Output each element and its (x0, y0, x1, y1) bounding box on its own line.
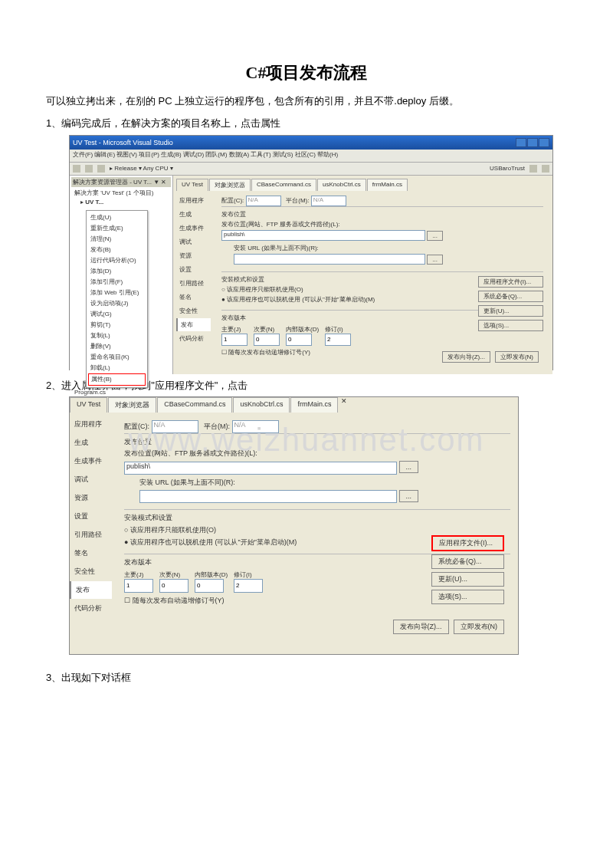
options-button[interactable]: 选项(S)... (478, 320, 543, 331)
min-icon[interactable] (516, 138, 526, 147)
step-3: 3、出现如下对话框 (46, 670, 567, 686)
tb-icon[interactable] (529, 165, 537, 173)
context-menu[interactable]: 生成(U) 重新生成(E) 清理(N) 发布(B) 运行代码分析(O) 添加(D… (86, 210, 148, 388)
vs-titlebar: UV Test - Microsoft Visual Studio (70, 136, 552, 150)
updates-button[interactable]: 更新(U)... (478, 305, 543, 317)
tb-icon[interactable] (73, 165, 80, 173)
prop-categories[interactable]: 应用程序 生成 生成事件 调试 资源 设置 引用路径 签名 安全性 发布 代码分… (176, 194, 211, 364)
tb-icon[interactable] (97, 165, 105, 173)
publish-tab[interactable]: 发布 (176, 318, 211, 331)
doc-tabs[interactable]: UV Test 对象浏览器 CBaseCommand.cs usKnobCtrl… (176, 179, 549, 191)
prop-categories[interactable]: 应用程序 生成 生成事件 调试 资源 设置 引用路径 签名 安全性 发布 代码分… (70, 416, 112, 646)
publish-path[interactable]: publish\ (124, 462, 397, 475)
document-page: www.weizhuannet.com C#项目发布流程 可以独立拷出来，在别的… (0, 0, 613, 868)
screenshot-1: UV Test - Microsoft Visual Studio 文件(F) … (69, 135, 553, 370)
install-url[interactable] (234, 254, 425, 265)
vs-toolbar[interactable]: ▸ Release ▾ Any CPU ▾ USBaroTrust (70, 163, 552, 176)
step-1: 1、编码完成后，在解决方案的项目名称上，点击属性 (46, 116, 567, 132)
max-icon[interactable] (527, 138, 538, 147)
screenshot-2: UV Test 对象浏览器 CBaseCommand.cs usKnobCtrl… (69, 396, 519, 655)
online-only-radio[interactable]: 该应用程序只能联机使用(O) (124, 525, 510, 535)
properties-menu-item[interactable]: 属性(B) (88, 373, 146, 386)
options-button[interactable]: 选项(S)... (431, 590, 504, 604)
page-title: C#项目发布流程 (46, 61, 567, 84)
install-url[interactable] (139, 490, 397, 503)
tb-icon[interactable] (542, 165, 549, 173)
publish-now-button[interactable]: 立即发布(N) (454, 620, 505, 634)
close-icon[interactable]: ✕ (339, 397, 349, 413)
prereq-button[interactable]: 系统必备(Q)... (431, 554, 504, 569)
doc-tabs[interactable]: UV Test 对象浏览器 CBaseCommand.cs usKnobCtrl… (70, 397, 518, 413)
publish-tab[interactable]: 发布 (70, 581, 112, 599)
intro-text: 可以独立拷出来，在别的 PC 上独立运行的程序包，包含所有的引用，并且不带.de… (46, 94, 567, 110)
properties-pane: UV Test 对象浏览器 CBaseCommand.cs usKnobCtrl… (173, 176, 552, 374)
solution-explorer: 解决方案资源管理器 - UV T... ▼ ✕ 解决方案 'UV Test' (… (70, 176, 173, 374)
window-controls[interactable] (516, 138, 549, 147)
close-icon[interactable] (539, 138, 549, 147)
publish-path[interactable]: publish\ (221, 230, 425, 241)
app-files-button[interactable]: 应用程序文件(I)... (431, 535, 504, 551)
solution-tree[interactable]: 解决方案 'UV Test' (1 个项目) ▸ UV T... 生成(U) 重… (71, 189, 171, 416)
vs-title: UV Test - Microsoft Visual Studio (73, 139, 173, 146)
tb-icon[interactable] (85, 165, 93, 173)
publish-now-button[interactable]: 立即发布(N) (495, 351, 539, 363)
vs-menubar[interactable]: 文件(F) 编辑(E) 视图(V) 项目(P) 生成(B) 调试(D) 团队(M… (70, 150, 552, 163)
panel-header: 解决方案资源管理器 - UV T... ▼ ✕ (71, 177, 171, 187)
app-files-button[interactable]: 应用程序文件(I)... (478, 276, 543, 288)
wizard-button[interactable]: 发布向导(Z)... (442, 351, 490, 363)
prereq-button[interactable]: 系统必备(Q)... (478, 291, 543, 302)
updates-button[interactable]: 更新(U)... (431, 572, 504, 587)
wizard-button[interactable]: 发布向导(Z)... (393, 620, 449, 634)
